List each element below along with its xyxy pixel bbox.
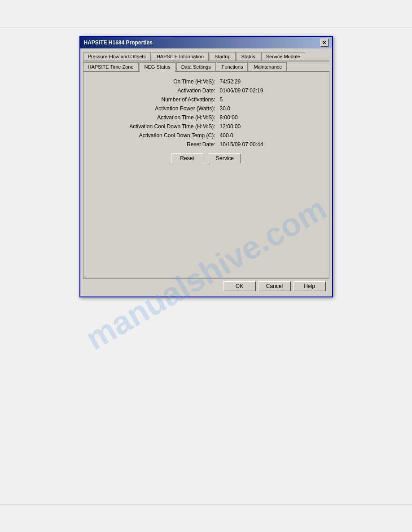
- cancel-button[interactable]: Cancel: [259, 281, 291, 291]
- bottom-rule: [0, 505, 412, 505]
- tab-neg-status[interactable]: NEG Status: [140, 62, 175, 72]
- tab-status[interactable]: Status: [237, 52, 260, 61]
- table-row: Activation Cool Down Time (H:M:S): 12:00…: [87, 122, 325, 131]
- label-num-activations: Number of Activations:: [87, 95, 218, 104]
- label-on-time: On Time (H:M:S):: [87, 77, 218, 86]
- action-buttons-row: Reset Service: [87, 153, 325, 163]
- value-on-time: 74:52:29: [218, 77, 325, 86]
- table-row: On Time (H:M:S): 74:52:29: [87, 77, 325, 86]
- value-activation-power: 30.0: [218, 104, 325, 113]
- tab-panel-neg-status: On Time (H:M:S): 74:52:29 Activation Dat…: [83, 72, 329, 278]
- label-cool-down-temp: Activation Cool Down Temp (C):: [87, 131, 218, 140]
- page-wrapper: manualshive.com HAPSITE H1684 Properties…: [0, 0, 412, 532]
- value-activation-time: 8:00:00: [218, 113, 325, 122]
- label-cool-down-time: Activation Cool Down Time (H:M:S):: [87, 122, 218, 131]
- tab-pressure-flow[interactable]: Pressure Flow and Offsets: [83, 52, 151, 61]
- service-button[interactable]: Service: [209, 153, 241, 163]
- dialog-title: HAPSITE H1684 Properties: [84, 39, 153, 46]
- table-row: Reset Date: 10/15/09 07:00:44: [87, 140, 325, 149]
- dialog-footer: OK Cancel Help: [83, 278, 329, 294]
- value-num-activations: 5: [218, 95, 325, 104]
- table-row: Activation Time (H:M:S): 8:00:00: [87, 113, 325, 122]
- label-activation-date: Activation Date:: [87, 86, 218, 95]
- table-row: Activation Date: 01/06/09 07:02:19: [87, 86, 325, 95]
- label-reset-date: Reset Date:: [87, 140, 218, 149]
- dialog-titlebar: HAPSITE H1684 Properties ✕: [80, 37, 332, 48]
- tabs-row-2: HAPSITE Time Zone NEG Status Data Settin…: [83, 61, 329, 72]
- reset-button[interactable]: Reset: [171, 153, 203, 163]
- label-activation-power: Activation Power (Watts):: [87, 104, 218, 113]
- ok-button[interactable]: OK: [224, 281, 256, 291]
- tab-hapsite-timezone[interactable]: HAPSITE Time Zone: [83, 62, 139, 71]
- table-row: Activation Cool Down Temp (C): 400.0: [87, 131, 325, 140]
- dialog-content: Pressure Flow and Offsets HAPSITE Inform…: [80, 48, 332, 297]
- tab-maintenance[interactable]: Maintenance: [249, 62, 287, 71]
- table-row: Number of Activations: 5: [87, 95, 325, 104]
- label-activation-time: Activation Time (H:M:S):: [87, 113, 218, 122]
- value-cool-down-temp: 400.0: [218, 131, 325, 140]
- tab-startup[interactable]: Startup: [210, 52, 235, 61]
- tab-functions[interactable]: Functions: [217, 62, 248, 71]
- top-rule: [0, 27, 412, 27]
- value-activation-date: 01/06/09 07:02:19: [218, 86, 325, 95]
- value-cool-down-time: 12:00:00: [218, 122, 325, 131]
- tab-data-settings[interactable]: Data Settings: [176, 62, 216, 71]
- tab-hapsite-info[interactable]: HAPSITE Information: [152, 52, 209, 61]
- tabs-row-1: Pressure Flow and Offsets HAPSITE Inform…: [83, 51, 329, 61]
- close-button[interactable]: ✕: [320, 39, 329, 47]
- help-button[interactable]: Help: [294, 281, 326, 291]
- value-reset-date: 10/15/09 07:00:44: [218, 140, 325, 149]
- dialog-window: HAPSITE H1684 Properties ✕ Pressure Flow…: [79, 36, 333, 297]
- neg-status-table: On Time (H:M:S): 74:52:29 Activation Dat…: [87, 77, 325, 149]
- tab-service-module[interactable]: Service Module: [261, 52, 305, 61]
- table-row: Activation Power (Watts): 30.0: [87, 104, 325, 113]
